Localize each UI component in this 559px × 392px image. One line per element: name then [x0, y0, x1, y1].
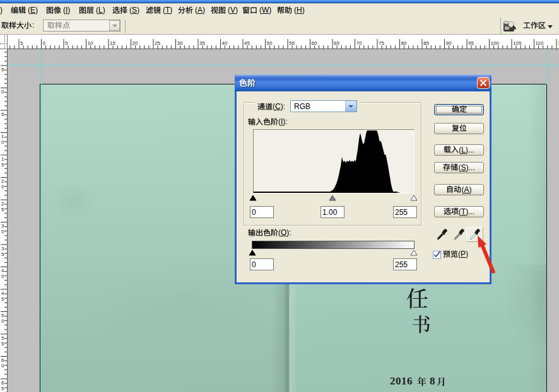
svg-text:0: 0 [43, 40, 46, 46]
svg-text:95: 95 [468, 40, 474, 46]
svg-text:35: 35 [199, 40, 205, 46]
svg-text:0: 0 [1, 274, 4, 279]
svg-text:5: 5 [1, 162, 4, 168]
svg-text:105: 105 [513, 40, 522, 46]
svg-text:2: 2 [1, 178, 4, 184]
svg-text:5: 5 [1, 341, 4, 347]
svg-text:60: 60 [312, 40, 317, 46]
svg-text:55: 55 [289, 40, 295, 46]
svg-text:110: 110 [536, 40, 544, 46]
svg-text:0: 0 [1, 184, 4, 190]
svg-text:30: 30 [177, 40, 183, 46]
svg-text:1: 1 [1, 156, 4, 162]
svg-text:0: 0 [1, 363, 4, 369]
svg-text:0: 0 [1, 318, 4, 324]
svg-text:5: 5 [1, 112, 4, 117]
svg-text:50: 50 [267, 40, 273, 46]
svg-text:5: 5 [1, 296, 4, 302]
svg-text:5: 5 [1, 251, 4, 257]
svg-text:5: 5 [1, 207, 4, 212]
svg-text:2: 2 [1, 201, 4, 207]
svg-text:90: 90 [446, 40, 452, 46]
svg-text:4: 4 [1, 268, 4, 274]
svg-text:75: 75 [379, 40, 384, 46]
svg-text:0: 0 [1, 139, 4, 145]
svg-text:5: 5 [1, 67, 4, 72]
svg-text:5: 5 [1, 335, 4, 341]
svg-text:5: 5 [1, 386, 4, 391]
svg-text:45: 45 [244, 40, 250, 46]
svg-text:70: 70 [356, 40, 362, 46]
svg-text:Br: Br [505, 26, 510, 30]
svg-text:5: 5 [65, 40, 68, 46]
svg-text:0: 0 [1, 229, 4, 234]
svg-text:4: 4 [1, 291, 4, 296]
svg-text:0: 0 [1, 89, 4, 95]
svg-text:65: 65 [334, 40, 339, 46]
svg-text:20: 20 [132, 40, 138, 46]
svg-text:100: 100 [491, 40, 500, 46]
svg-text:3: 3 [1, 223, 4, 229]
svg-text:80: 80 [401, 40, 407, 46]
svg-text:85: 85 [423, 40, 429, 46]
svg-text:15: 15 [110, 40, 115, 46]
svg-text:1: 1 [1, 134, 4, 139]
svg-text:25: 25 [155, 40, 160, 46]
svg-text:3: 3 [1, 246, 4, 251]
svg-text:10: 10 [88, 40, 93, 46]
svg-text:6: 6 [1, 357, 4, 363]
svg-text:5: 5 [20, 40, 23, 46]
svg-text:5: 5 [1, 313, 4, 318]
svg-text:6: 6 [1, 380, 4, 386]
svg-text:40: 40 [222, 40, 228, 46]
